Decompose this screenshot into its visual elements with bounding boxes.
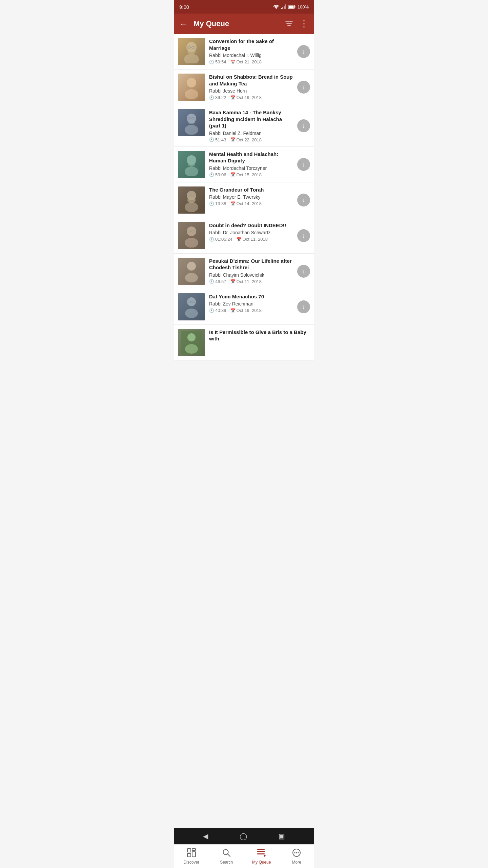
svg-marker-55 (264, 854, 266, 857)
list-item: Conversion for the Sake of Marriage Rabb… (174, 34, 314, 70)
clock-icon: 🕐 (209, 279, 214, 284)
nav-item-discover[interactable]: Discover (174, 845, 209, 868)
item-thumbnail (178, 109, 205, 136)
overflow-menu-icon[interactable]: ⋮ (300, 19, 309, 29)
item-title: Doubt in deed? Doubt INDEED!! (209, 222, 293, 229)
item-rabbi: Rabbi Jesse Horn (209, 88, 293, 94)
download-button[interactable]: ↓ (297, 81, 310, 94)
calendar-icon: 📅 (230, 137, 236, 142)
download-button[interactable]: ↓ (297, 300, 310, 313)
battery-percent: 100% (298, 4, 309, 9)
svg-rect-7 (288, 6, 293, 8)
header-actions: ⋮ (285, 19, 309, 29)
more-icon (292, 848, 301, 859)
calendar-icon: 📅 (237, 237, 242, 242)
clock-icon: 🕐 (209, 60, 214, 64)
item-info: Mental Health and Halachah: Human Dignit… (209, 151, 293, 177)
clock-icon: 🕐 (209, 95, 214, 100)
avatar-silhouette (181, 224, 202, 248)
download-button[interactable]: ↓ (297, 45, 310, 58)
list-item: Pesukai D'zimra: Our Lifeline after Chod… (174, 254, 314, 289)
svg-rect-2 (282, 7, 283, 9)
nav-label-myqueue: My Queue (252, 860, 271, 865)
item-date: 📅 Oct 11, 2018 (237, 237, 268, 242)
clock-icon: 🕐 (209, 172, 214, 177)
item-duration: 🕐 59:06 (209, 172, 226, 177)
calendar-icon: 📅 (230, 279, 236, 284)
svg-point-39 (185, 309, 198, 318)
status-icons: 100% (273, 4, 309, 9)
item-meta: 🕐 01:05:24 📅 Oct 11, 2018 (209, 237, 293, 242)
item-info: Daf Yomi Menachos 70 Rabbi Zev Reichman … (209, 293, 293, 313)
item-date: 📅 Oct 22, 2018 (230, 137, 262, 142)
back-system-button[interactable]: ◀ (203, 832, 208, 840)
item-thumbnail (178, 74, 205, 101)
list-item: Bava Kamma 14 - The Banksy Shredding Inc… (174, 105, 314, 147)
svg-rect-46 (187, 849, 191, 852)
svg-rect-54 (257, 853, 265, 854)
recents-system-button[interactable]: ▣ (279, 832, 285, 840)
svg-point-30 (187, 197, 196, 203)
svg-point-13 (187, 49, 196, 54)
clock-icon: 🕐 (209, 201, 214, 206)
svg-point-59 (298, 852, 299, 853)
svg-rect-49 (192, 852, 196, 857)
status-time: 9:00 (179, 4, 189, 10)
item-date: 📅 Oct 21, 2018 (230, 59, 262, 64)
list-item: Mental Health and Halachah: Human Dignit… (174, 147, 314, 182)
item-title: Bava Kamma 14 - The Banksy Shredding Inc… (209, 109, 293, 129)
home-system-button[interactable]: ◯ (240, 832, 247, 840)
download-button[interactable]: ↓ (297, 119, 310, 132)
app-header: ← My Queue ⋮ (174, 14, 314, 34)
svg-point-57 (294, 852, 296, 853)
svg-rect-47 (187, 853, 191, 857)
myqueue-icon (257, 848, 266, 859)
svg-rect-53 (257, 851, 265, 852)
download-button[interactable]: ↓ (297, 229, 310, 242)
svg-point-27 (188, 162, 195, 166)
item-rabbi: Rabbi Mordechai Torczyner (209, 165, 293, 171)
signal-icon (281, 4, 286, 9)
item-date: 📅 Oct 15, 2018 (230, 172, 262, 177)
clock-icon: 🕐 (209, 237, 214, 242)
nav-item-more[interactable]: More (279, 845, 314, 868)
item-date: 📅 Oct 14, 2018 (230, 201, 262, 206)
svg-rect-10 (287, 25, 291, 26)
download-button[interactable]: ↓ (297, 265, 310, 278)
item-rabbi: Rabbi Dr. Jonathan Schwartz (209, 230, 293, 235)
download-button[interactable]: ↓ (297, 194, 310, 206)
item-thumbnail (178, 258, 205, 285)
avatar-silhouette (181, 331, 202, 354)
item-title: The Grandeur of Torah (209, 186, 293, 193)
calendar-icon: 📅 (230, 60, 236, 64)
item-thumbnail (178, 151, 205, 178)
svg-rect-6 (294, 6, 295, 8)
item-thumbnail (178, 293, 205, 320)
item-duration: 🕐 51:43 (209, 137, 226, 142)
list-item: The Grandeur of Torah Rabbi Mayer E. Twe… (174, 182, 314, 218)
status-bar: 9:00 100% (174, 0, 314, 14)
nav-item-myqueue[interactable]: My Queue (244, 845, 279, 868)
content-list: Conversion for the Sake of Marriage Rabb… (174, 34, 314, 401)
item-title: Bishul on Shabbos: Bread in Soup and Mak… (209, 74, 293, 87)
item-meta: 🕐 40:39 📅 Oct 19, 2018 (209, 308, 293, 313)
item-title: Is It Permissible to Give a Bris to a Ba… (209, 329, 310, 342)
back-button[interactable]: ← (179, 19, 188, 29)
item-info: Is It Permissible to Give a Bris to a Ba… (209, 329, 310, 343)
nav-item-search[interactable]: Search (209, 845, 244, 868)
svg-rect-48 (192, 849, 196, 850)
wifi-icon (273, 4, 279, 9)
item-title: Pesukai D'zimra: Our Lifeline after Chod… (209, 258, 293, 271)
item-title: Daf Yomi Menachos 70 (209, 293, 293, 300)
nav-label-more: More (292, 860, 301, 865)
svg-point-0 (276, 8, 277, 9)
svg-point-36 (187, 262, 196, 271)
item-date: 📅 Oct 11, 2018 (230, 279, 262, 284)
item-duration: 🕐 01:05:24 (209, 237, 232, 242)
item-date: 📅 Oct 19, 2018 (230, 95, 262, 100)
item-thumbnail (178, 222, 205, 249)
filter-icon[interactable] (285, 19, 293, 28)
page-title: My Queue (194, 19, 285, 28)
item-rabbi: Rabbi Daniel Z. Feldman (209, 131, 293, 136)
download-button[interactable]: ↓ (297, 158, 310, 171)
